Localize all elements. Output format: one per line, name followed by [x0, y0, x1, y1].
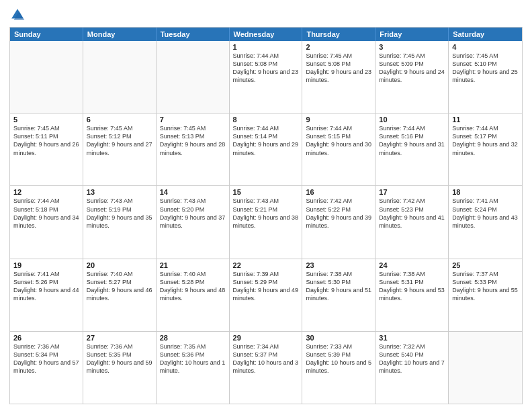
cell-info: Sunrise: 7:45 AMSunset: 5:11 PMDaylight:…	[13, 124, 79, 157]
calendar-cell	[449, 332, 522, 404]
calendar-body: 1Sunrise: 7:44 AMSunset: 5:08 PMDaylight…	[10, 41, 522, 404]
cell-info: Sunrise: 7:44 AMSunset: 5:08 PMDaylight:…	[233, 52, 299, 85]
cell-info: Sunrise: 7:41 AMSunset: 5:26 PMDaylight:…	[13, 270, 79, 303]
day-number: 18	[452, 188, 519, 196]
calendar-cell: 7Sunrise: 7:45 AMSunset: 5:13 PMDaylight…	[157, 113, 230, 185]
calendar-cell	[157, 41, 230, 113]
day-number: 9	[306, 116, 371, 124]
calendar-cell: 4Sunrise: 7:45 AMSunset: 5:10 PMDaylight…	[449, 41, 522, 113]
header	[9, 7, 523, 23]
calendar-cell: 29Sunrise: 7:34 AMSunset: 5:37 PMDayligh…	[230, 332, 303, 404]
day-number: 5	[13, 116, 79, 124]
day-number: 15	[233, 188, 299, 196]
calendar-cell	[10, 41, 83, 113]
day-number: 6	[87, 116, 152, 124]
day-number: 17	[379, 188, 445, 196]
calendar-cell: 24Sunrise: 7:38 AMSunset: 5:31 PMDayligh…	[375, 259, 449, 331]
page: SundayMondayTuesdayWednesdayThursdayFrid…	[0, 0, 532, 411]
day-number: 16	[306, 188, 371, 196]
day-number: 1	[233, 43, 299, 51]
day-number: 7	[160, 116, 226, 124]
day-number: 10	[379, 116, 445, 124]
cell-info: Sunrise: 7:34 AMSunset: 5:37 PMDaylight:…	[233, 342, 299, 375]
cell-info: Sunrise: 7:38 AMSunset: 5:31 PMDaylight:…	[379, 270, 445, 303]
cell-info: Sunrise: 7:43 AMSunset: 5:19 PMDaylight:…	[87, 197, 152, 230]
calendar-row: 12Sunrise: 7:44 AMSunset: 5:18 PMDayligh…	[10, 185, 522, 258]
cell-info: Sunrise: 7:44 AMSunset: 5:17 PMDaylight:…	[452, 124, 519, 157]
day-number: 30	[306, 334, 371, 342]
calendar-cell: 14Sunrise: 7:43 AMSunset: 5:20 PMDayligh…	[157, 186, 230, 258]
cell-info: Sunrise: 7:43 AMSunset: 5:21 PMDaylight:…	[233, 197, 299, 230]
logo	[9, 7, 28, 23]
calendar-cell: 8Sunrise: 7:44 AMSunset: 5:14 PMDaylight…	[230, 113, 303, 185]
day-number: 25	[452, 261, 519, 269]
calendar-cell: 12Sunrise: 7:44 AMSunset: 5:18 PMDayligh…	[10, 186, 83, 258]
cell-info: Sunrise: 7:44 AMSunset: 5:16 PMDaylight:…	[379, 124, 445, 157]
day-number: 22	[233, 261, 299, 269]
calendar-cell: 9Sunrise: 7:44 AMSunset: 5:15 PMDaylight…	[302, 113, 375, 185]
day-header-sunday: Sunday	[10, 28, 83, 41]
day-number: 19	[13, 261, 79, 269]
calendar-header: SundayMondayTuesdayWednesdayThursdayFrid…	[10, 28, 522, 41]
calendar-cell: 13Sunrise: 7:43 AMSunset: 5:19 PMDayligh…	[83, 186, 157, 258]
day-number: 26	[13, 334, 79, 342]
day-number: 3	[379, 43, 445, 51]
calendar-cell: 23Sunrise: 7:38 AMSunset: 5:30 PMDayligh…	[302, 259, 375, 331]
day-header-friday: Friday	[375, 28, 449, 41]
day-number: 24	[379, 261, 445, 269]
cell-info: Sunrise: 7:39 AMSunset: 5:29 PMDaylight:…	[233, 270, 299, 303]
calendar-cell: 15Sunrise: 7:43 AMSunset: 5:21 PMDayligh…	[230, 186, 303, 258]
calendar-cell: 1Sunrise: 7:44 AMSunset: 5:08 PMDaylight…	[230, 41, 303, 113]
calendar-cell: 27Sunrise: 7:36 AMSunset: 5:35 PMDayligh…	[83, 332, 157, 404]
calendar-cell: 20Sunrise: 7:40 AMSunset: 5:27 PMDayligh…	[83, 259, 157, 331]
calendar-row: 19Sunrise: 7:41 AMSunset: 5:26 PMDayligh…	[10, 259, 522, 331]
calendar-cell: 18Sunrise: 7:41 AMSunset: 5:24 PMDayligh…	[449, 186, 522, 258]
day-number: 28	[160, 334, 226, 342]
day-number: 2	[306, 43, 371, 51]
calendar-row: 26Sunrise: 7:36 AMSunset: 5:34 PMDayligh…	[10, 331, 522, 404]
day-number: 27	[87, 334, 152, 342]
calendar-cell: 19Sunrise: 7:41 AMSunset: 5:26 PMDayligh…	[10, 259, 83, 331]
day-number: 11	[452, 116, 519, 124]
cell-info: Sunrise: 7:35 AMSunset: 5:36 PMDaylight:…	[160, 342, 226, 375]
day-header-monday: Monday	[83, 28, 157, 41]
cell-info: Sunrise: 7:40 AMSunset: 5:27 PMDaylight:…	[87, 270, 152, 303]
cell-info: Sunrise: 7:38 AMSunset: 5:30 PMDaylight:…	[306, 270, 371, 303]
cell-info: Sunrise: 7:44 AMSunset: 5:14 PMDaylight:…	[233, 124, 299, 157]
cell-info: Sunrise: 7:36 AMSunset: 5:34 PMDaylight:…	[13, 342, 79, 375]
cell-info: Sunrise: 7:44 AMSunset: 5:18 PMDaylight:…	[13, 197, 79, 230]
day-number: 14	[160, 188, 226, 196]
day-number: 31	[379, 334, 445, 342]
calendar-cell: 17Sunrise: 7:42 AMSunset: 5:23 PMDayligh…	[375, 186, 449, 258]
day-number: 23	[306, 261, 371, 269]
calendar-cell: 6Sunrise: 7:45 AMSunset: 5:12 PMDaylight…	[83, 113, 157, 185]
day-header-tuesday: Tuesday	[157, 28, 230, 41]
calendar: SundayMondayTuesdayWednesdayThursdayFrid…	[9, 27, 523, 404]
cell-info: Sunrise: 7:37 AMSunset: 5:33 PMDaylight:…	[452, 270, 519, 303]
calendar-cell: 5Sunrise: 7:45 AMSunset: 5:11 PMDaylight…	[10, 113, 83, 185]
calendar-row: 5Sunrise: 7:45 AMSunset: 5:11 PMDaylight…	[10, 113, 522, 185]
calendar-cell: 2Sunrise: 7:45 AMSunset: 5:08 PMDaylight…	[302, 41, 375, 113]
cell-info: Sunrise: 7:40 AMSunset: 5:28 PMDaylight:…	[160, 270, 226, 303]
day-number: 21	[160, 261, 226, 269]
calendar-row: 1Sunrise: 7:44 AMSunset: 5:08 PMDaylight…	[10, 41, 522, 113]
calendar-cell: 11Sunrise: 7:44 AMSunset: 5:17 PMDayligh…	[449, 113, 522, 185]
day-header-saturday: Saturday	[449, 28, 522, 41]
day-number: 13	[87, 188, 152, 196]
calendar-cell: 22Sunrise: 7:39 AMSunset: 5:29 PMDayligh…	[230, 259, 303, 331]
cell-info: Sunrise: 7:36 AMSunset: 5:35 PMDaylight:…	[87, 342, 152, 375]
calendar-cell: 16Sunrise: 7:42 AMSunset: 5:22 PMDayligh…	[302, 186, 375, 258]
cell-info: Sunrise: 7:42 AMSunset: 5:23 PMDaylight:…	[379, 197, 445, 230]
day-number: 4	[452, 43, 519, 51]
cell-info: Sunrise: 7:45 AMSunset: 5:09 PMDaylight:…	[379, 52, 445, 85]
calendar-cell: 21Sunrise: 7:40 AMSunset: 5:28 PMDayligh…	[157, 259, 230, 331]
calendar-cell: 31Sunrise: 7:32 AMSunset: 5:40 PMDayligh…	[375, 332, 449, 404]
calendar-cell: 10Sunrise: 7:44 AMSunset: 5:16 PMDayligh…	[375, 113, 449, 185]
cell-info: Sunrise: 7:43 AMSunset: 5:20 PMDaylight:…	[160, 197, 226, 230]
day-number: 20	[87, 261, 152, 269]
day-header-thursday: Thursday	[302, 28, 375, 41]
calendar-cell: 26Sunrise: 7:36 AMSunset: 5:34 PMDayligh…	[10, 332, 83, 404]
calendar-cell: 30Sunrise: 7:33 AMSunset: 5:39 PMDayligh…	[302, 332, 375, 404]
day-number: 29	[233, 334, 299, 342]
day-number: 12	[13, 188, 79, 196]
